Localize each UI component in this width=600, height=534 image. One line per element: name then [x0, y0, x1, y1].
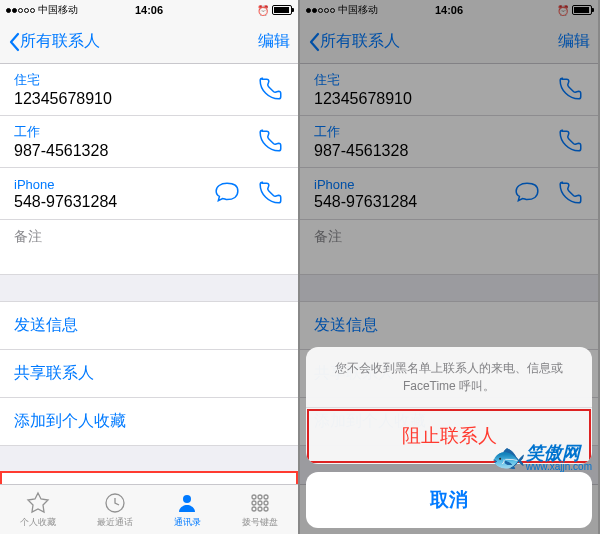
- row-value: 548-97631284: [14, 193, 117, 211]
- tab-favorites[interactable]: 个人收藏: [20, 491, 56, 529]
- svg-point-1: [183, 495, 191, 503]
- table-row[interactable]: 工作 987-4561328: [0, 116, 298, 168]
- status-bar: 中国移动 14:06 ⏰: [300, 0, 598, 20]
- svg-point-4: [264, 495, 268, 499]
- back-button[interactable]: 所有联系人: [8, 31, 100, 52]
- chevron-left-icon: [308, 32, 320, 52]
- send-message-button[interactable]: 发送信息: [0, 301, 298, 350]
- nav-bar: 所有联系人 编辑: [300, 20, 598, 64]
- phone-icon[interactable]: [258, 179, 284, 209]
- svg-point-8: [252, 507, 256, 511]
- tab-contacts[interactable]: 通讯录: [174, 491, 201, 529]
- phone-icon[interactable]: [258, 127, 284, 157]
- phone-icon[interactable]: [558, 75, 584, 105]
- svg-point-6: [258, 501, 262, 505]
- svg-point-10: [264, 507, 268, 511]
- phone-left: 中国移动 14:06 ⏰ 所有联系人 编辑 住宅 12345678910: [0, 0, 298, 534]
- svg-point-7: [264, 501, 268, 505]
- phone-icon[interactable]: [258, 75, 284, 105]
- message-icon[interactable]: [514, 179, 540, 209]
- cancel-button[interactable]: 取消: [306, 472, 592, 528]
- nav-bar: 所有联系人 编辑: [0, 20, 298, 64]
- svg-point-5: [252, 501, 256, 505]
- svg-point-2: [252, 495, 256, 499]
- svg-point-9: [258, 507, 262, 511]
- tab-label: 拨号键盘: [242, 516, 278, 529]
- keypad-icon: [248, 491, 272, 515]
- tab-label: 最近通话: [97, 516, 133, 529]
- carrier: 中国移动: [338, 3, 378, 17]
- notes-field[interactable]: 备注: [300, 220, 598, 275]
- row-value: 987-4561328: [14, 142, 108, 160]
- contact-numbers: 住宅 12345678910 工作 987-4561328 iPhone 548…: [0, 64, 298, 220]
- tab-label: 个人收藏: [20, 516, 56, 529]
- tab-recents[interactable]: 最近通话: [97, 491, 133, 529]
- message-icon[interactable]: [214, 179, 240, 209]
- row-value: 12345678910: [314, 90, 412, 108]
- add-favorite-button[interactable]: 添加到个人收藏: [0, 397, 298, 446]
- watermark-url: www.xajjn.com: [526, 462, 592, 472]
- contact-icon: [175, 491, 199, 515]
- svg-point-3: [258, 495, 262, 499]
- row-label: 住宅: [314, 71, 412, 89]
- chevron-left-icon: [8, 32, 20, 52]
- alarm-icon: ⏰: [257, 5, 269, 16]
- status-time: 14:06: [135, 4, 163, 16]
- clock-icon: [103, 491, 127, 515]
- contact-numbers: 住宅 12345678910 工作 987-4561328 iPhone 548…: [300, 64, 598, 220]
- edit-button[interactable]: 编辑: [558, 31, 590, 52]
- carrier: 中国移动: [38, 3, 78, 17]
- row-label: 工作: [14, 123, 108, 141]
- back-button[interactable]: 所有联系人: [308, 31, 400, 52]
- sheet-message: 您不会收到黑名单上联系人的来电、信息或 FaceTime 呼叫。: [306, 347, 592, 408]
- table-row[interactable]: iPhone 548-97631284: [0, 168, 298, 220]
- row-label: 住宅: [14, 71, 112, 89]
- battery-icon: [572, 5, 592, 15]
- row-value: 548-97631284: [314, 193, 417, 211]
- row-label: 工作: [314, 123, 408, 141]
- edit-button[interactable]: 编辑: [258, 31, 290, 52]
- phone-icon[interactable]: [558, 179, 584, 209]
- status-bar: 中国移动 14:06 ⏰: [0, 0, 298, 20]
- phone-icon[interactable]: [558, 127, 584, 157]
- table-row[interactable]: 住宅 12345678910: [300, 64, 598, 116]
- back-label: 所有联系人: [320, 31, 400, 52]
- tab-keypad[interactable]: 拨号键盘: [242, 491, 278, 529]
- row-label: iPhone: [314, 177, 417, 192]
- tab-bar: 个人收藏 最近通话 通讯录 拨号键盘: [0, 484, 298, 534]
- watermark-text: 笑傲网: [526, 444, 592, 462]
- table-row[interactable]: 住宅 12345678910: [0, 64, 298, 116]
- battery-icon: [272, 5, 292, 15]
- status-time: 14:06: [435, 4, 463, 16]
- table-row[interactable]: 工作 987-4561328: [300, 116, 598, 168]
- share-contact-button[interactable]: 共享联系人: [0, 349, 298, 398]
- alarm-icon: ⏰: [557, 5, 569, 16]
- row-value: 12345678910: [14, 90, 112, 108]
- tab-label: 通讯录: [174, 516, 201, 529]
- watermark: 🐟 笑傲网 www.xajjn.com: [491, 441, 592, 474]
- row-value: 987-4561328: [314, 142, 408, 160]
- row-label: iPhone: [14, 177, 117, 192]
- table-row[interactable]: iPhone 548-97631284: [300, 168, 598, 220]
- action-sheet: 您不会收到黑名单上联系人的来电、信息或 FaceTime 呼叫。 阻止联系人 取…: [306, 347, 592, 528]
- back-label: 所有联系人: [20, 31, 100, 52]
- fish-icon: 🐟: [491, 441, 526, 474]
- send-message-button[interactable]: 发送信息: [300, 301, 598, 350]
- star-icon: [26, 491, 50, 515]
- notes-field[interactable]: 备注: [0, 220, 298, 275]
